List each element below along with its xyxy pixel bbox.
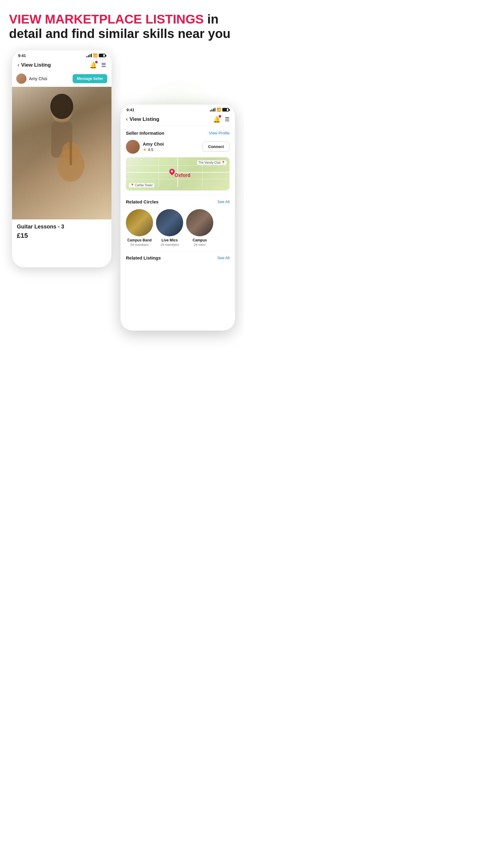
guitar-image xyxy=(12,87,111,219)
status-icons-front: 📶 xyxy=(210,107,229,112)
seller-rating-row: ★ 4.5 xyxy=(143,147,164,152)
nav-left-front: ‹ View Listing xyxy=(126,116,159,122)
nav-title-back: View Listing xyxy=(21,62,51,68)
nav-left-back: ‹ View Listing xyxy=(18,62,51,68)
listing-title: Guitar Lessons - 3 xyxy=(17,224,107,230)
app-navbar-front: ‹ View Listing 🔔 ☰ xyxy=(121,114,235,126)
page-wrapper: VIEW MARKETPLACE LISTINGS in detail and … xyxy=(0,0,244,355)
listing-footer: Guitar Lessons - 3 £15 xyxy=(12,219,111,244)
varsity-marker: 📍 xyxy=(221,161,225,164)
rating-number: 4.5 xyxy=(148,147,153,152)
status-time-front: 9:41 xyxy=(127,107,134,112)
seller-section-title: Seller Information xyxy=(126,130,164,135)
seller-info-text: Amy Choi ★ 4.5 xyxy=(143,141,164,152)
seller-avatar-back xyxy=(16,73,27,84)
message-seller-button[interactable]: Message Seller xyxy=(73,74,107,83)
circle-name-2: Live Mics xyxy=(161,238,178,242)
bell-icon-front[interactable]: 🔔 xyxy=(213,116,221,123)
seller-name-back: Amy Choi xyxy=(29,76,47,81)
seller-info-left: Amy Choi ★ 4.5 xyxy=(126,140,164,154)
phones-container: 9:41 📶 ‹ View Listing xyxy=(9,50,235,337)
hero-title: VIEW MARKETPLACE LISTINGS in detail and … xyxy=(9,12,235,41)
battery-fill-back xyxy=(99,54,103,57)
seller-avatar-name-back: Amy Choi xyxy=(16,73,47,84)
status-bar-front: 9:41 📶 xyxy=(121,104,235,114)
back-arrow-icon-back[interactable]: ‹ xyxy=(18,62,19,68)
app-navbar-back: ‹ View Listing 🔔 ☰ xyxy=(12,60,111,72)
view-profile-link[interactable]: View Profile xyxy=(209,131,230,135)
seller-section-header: Seller Information View Profile xyxy=(121,126,235,138)
circle-img-3 xyxy=(186,209,213,236)
circle-members-1: 24 members xyxy=(130,243,149,247)
see-all-listings-link[interactable]: See All xyxy=(218,255,230,260)
nav-title-front: View Listing xyxy=(130,116,159,122)
battery-back xyxy=(99,54,105,57)
seller-info-name: Amy Choi xyxy=(143,141,164,147)
map-pin xyxy=(169,169,175,176)
status-icons-back: 📶 xyxy=(87,53,105,58)
varsity-text: The Varsity Club xyxy=(198,161,221,164)
map-area: Oxford 📍 Carfax Tower The Varsity Club 📍 xyxy=(126,157,230,190)
wifi-icon-front: 📶 xyxy=(217,107,221,112)
bell-dot-front xyxy=(219,115,221,118)
circle-members-3: 24 mem xyxy=(194,243,206,247)
status-time-back: 9:41 xyxy=(18,53,26,58)
related-circles-header: Related Circles See All xyxy=(121,195,235,207)
bell-icon-back[interactable]: 🔔 xyxy=(90,61,97,69)
menu-icon-back[interactable]: ☰ xyxy=(101,62,106,68)
seller-info-row-front: Amy Choi ★ 4.5 Connect xyxy=(121,138,235,157)
circle-name-1: Campus Band xyxy=(127,238,152,242)
wifi-icon-back: 📶 xyxy=(93,53,98,58)
see-all-circles-link[interactable]: See All xyxy=(218,199,230,204)
guitar-player-illustration xyxy=(29,93,95,219)
svg-rect-4 xyxy=(70,141,72,165)
phone-front: 9:41 📶 ‹ View Listing xyxy=(121,104,235,331)
carfax-text: Carfax Tower xyxy=(135,184,153,187)
circle-item-1[interactable]: Campus Band 24 members xyxy=(126,209,153,247)
menu-icon-front[interactable]: ☰ xyxy=(225,116,230,123)
signal-bars-front xyxy=(210,108,216,112)
circle-img-1 xyxy=(126,209,153,236)
phone-back: 9:41 📶 ‹ View Listing xyxy=(12,50,111,267)
map-carfax-label: 📍 Carfax Tower xyxy=(129,183,154,187)
back-arrow-icon-front[interactable]: ‹ xyxy=(126,116,128,122)
connect-button[interactable]: Connect xyxy=(202,142,230,152)
hero-highlight: VIEW MARKETPLACE LISTINGS xyxy=(9,12,204,26)
nav-right-back: 🔔 ☰ xyxy=(90,61,106,69)
related-circles-title: Related Circles xyxy=(126,199,158,204)
battery-front xyxy=(222,108,229,112)
status-bar-back: 9:41 📶 xyxy=(12,50,111,60)
circle-item-2[interactable]: Live Mics 19 members xyxy=(156,209,183,247)
circle-members-2: 19 members xyxy=(160,243,178,247)
circle-name-3: Campus xyxy=(193,238,207,242)
listing-price: £15 xyxy=(17,232,107,240)
seller-row-back: Amy Choi Message Seller xyxy=(12,72,111,87)
circles-row: Campus Band 24 members Live Mics 19 memb… xyxy=(121,207,235,251)
svg-point-5 xyxy=(50,94,73,119)
related-listings-header: Related Listings See All xyxy=(121,251,235,263)
carfax-marker: 📍 xyxy=(130,184,134,187)
star-icon: ★ xyxy=(143,147,147,152)
related-listings-title: Related Listings xyxy=(126,255,161,260)
nav-right-front: 🔔 ☰ xyxy=(213,116,230,123)
circle-item-3[interactable]: Campus 24 mem xyxy=(186,209,213,247)
bell-dot-back xyxy=(95,61,98,63)
map-label-oxford: Oxford xyxy=(175,173,190,178)
battery-fill-front xyxy=(223,108,227,111)
signal-bars-back xyxy=(87,54,92,57)
map-varsity-label: The Varsity Club 📍 xyxy=(197,160,227,165)
seller-avatar-front xyxy=(126,140,140,154)
circle-img-2 xyxy=(156,209,183,236)
